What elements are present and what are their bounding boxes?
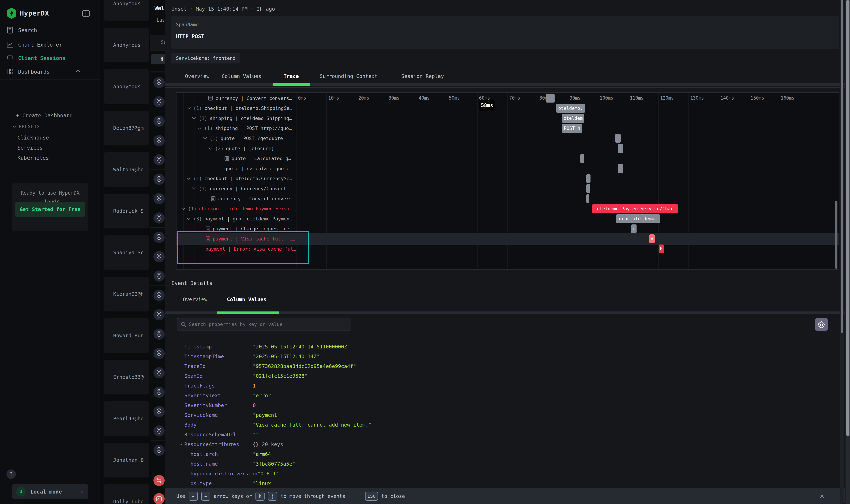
sidebar-item-services[interactable]: Services (17, 145, 43, 151)
span-duration-bar[interactable]: oteldemo. (556, 104, 585, 113)
session-event-row[interactable] (150, 363, 165, 382)
trace-span-row[interactable]: quote | Calculated q… (224, 155, 291, 162)
location-pin-icon[interactable] (153, 328, 165, 340)
trace-span-row[interactable]: (3)payment | grpc.oteldemo.Paymen… (186, 215, 292, 222)
sidebar-item-dashboards[interactable]: Dashboards (6, 68, 50, 75)
session-event-row[interactable] (150, 266, 165, 286)
span-duration-bar[interactable]: grpc.oteldemo. (616, 214, 660, 223)
chevron-up-icon[interactable] (75, 69, 80, 73)
location-pin-icon[interactable] (153, 367, 165, 378)
session-event-row[interactable] (150, 92, 165, 111)
location-pin-icon[interactable] (153, 270, 165, 282)
property-row[interactable]: ServiceName"payment" (165, 410, 845, 420)
local-mode-menu[interactable]: U Local mode › (12, 484, 88, 499)
close-icon[interactable]: ✕ (820, 491, 825, 501)
span-duration-bar[interactable] (586, 174, 591, 183)
tab-overview[interactable]: Overview (185, 73, 210, 79)
session-list-item[interactable]: Anonymous (104, 69, 149, 104)
property-row[interactable]: ResourceSchemaUrl"" (165, 430, 845, 439)
property-search-input[interactable] (188, 319, 346, 329)
session-event-row[interactable] (150, 305, 165, 324)
location-pin-icon[interactable] (153, 445, 165, 456)
location-pin-icon[interactable] (153, 96, 165, 107)
chevron-down-icon[interactable] (197, 127, 202, 130)
session-list-item[interactable]: Roderick_S (104, 194, 149, 229)
chevron-down-icon[interactable] (181, 208, 185, 210)
create-dashboard-button[interactable]: + Create Dashboard (16, 112, 73, 119)
trace-waterfall[interactable]: 0ms10ms20ms30ms40ms50ms60ms70ms80ms90ms1… (176, 92, 839, 270)
chevron-down-icon[interactable] (186, 107, 191, 110)
span-duration-bar[interactable]: V (649, 234, 655, 243)
tab-column-values[interactable]: Column Values (222, 73, 261, 79)
trace-span-row[interactable]: (1)checkout | oteldemo.PaymentServi… (181, 205, 292, 212)
location-pin-icon[interactable] (153, 174, 165, 185)
settings-button[interactable] (815, 318, 828, 331)
modal-scrollbar[interactable] (840, 0, 844, 504)
span-duration-bar[interactable] (618, 164, 623, 173)
events-search-input[interactable]: Sea (150, 35, 165, 51)
property-row[interactable]: ▾ResourceAttributes{} 20 keys (165, 439, 845, 449)
page-scrollbar[interactable] (846, 0, 850, 504)
trace-span-row[interactable]: (1)checkout | oteldemo.ShippingSe… (186, 105, 292, 112)
sidebar-item-client-sessions[interactable]: Client Sessions (6, 54, 66, 62)
session-event-row[interactable] (150, 344, 165, 363)
span-duration-bar[interactable] (615, 134, 621, 143)
session-event-row[interactable] (150, 73, 165, 92)
location-pin-icon[interactable] (153, 77, 165, 88)
session-event-row[interactable] (150, 324, 165, 344)
event-details-tab-column-values[interactable]: Column Values (227, 296, 267, 302)
trace-span-row[interactable]: (1)checkout | oteldemo.CurrencySe… (186, 175, 292, 182)
session-list-item[interactable]: Shaniya.Sc (104, 235, 149, 270)
property-row[interactable]: os.type"linux" (165, 479, 845, 488)
session-event-row[interactable] (150, 150, 165, 169)
chevron-down-icon[interactable] (208, 147, 213, 150)
span-duration-bar[interactable] (586, 194, 589, 203)
service-name-chip[interactable]: ServiceName: frontend (171, 53, 240, 64)
location-pin-icon[interactable] (153, 406, 165, 417)
span-duration-bar[interactable]: POST h (562, 124, 582, 133)
span-duration-bar[interactable]: E (659, 245, 664, 253)
chevron-down-icon[interactable] (203, 137, 207, 140)
location-pin-icon[interactable] (153, 115, 165, 127)
expand-triangle-icon[interactable]: ▾ (180, 442, 182, 447)
span-duration-bar[interactable]: oteldem (562, 114, 584, 123)
session-event-row[interactable] (150, 247, 165, 266)
session-list-item[interactable]: Pearl43@ho (104, 401, 149, 436)
session-event-row[interactable] (150, 382, 165, 402)
property-row[interactable]: SeverityText"error" (165, 391, 845, 400)
property-row[interactable]: hyperdx.distro.version"0.8.1" (165, 469, 845, 479)
trace-span-row[interactable]: (1)shipping | POST http://quo… (197, 125, 292, 132)
session-event-row[interactable] (150, 402, 165, 421)
sidebar-item-clickhouse[interactable]: Clickhouse (17, 134, 49, 141)
session-list-item[interactable]: Walton9@ho (104, 152, 149, 187)
session-list-item[interactable]: Jonathan.B (104, 443, 149, 478)
trace-span-row[interactable]: (1)currency | Currency/Convert (192, 185, 286, 192)
location-pin-icon[interactable] (153, 386, 165, 398)
trace-span-row[interactable]: (1)quote | POST /getquote (203, 134, 283, 142)
span-duration-bar[interactable] (580, 154, 584, 163)
waterfall-scrollbar-thumb[interactable] (835, 201, 837, 269)
chevron-down-icon[interactable] (192, 117, 196, 120)
session-list-item[interactable]: Anonymous (104, 28, 149, 62)
trace-span-row[interactable]: (2)quote | {closure} (208, 145, 274, 152)
session-event-row[interactable] (150, 208, 165, 228)
sidebar-item-chart-explorer[interactable]: Chart Explorer (6, 41, 62, 48)
session-event-row[interactable] (150, 169, 165, 189)
sidebar-item-search[interactable]: Search (6, 26, 37, 34)
location-pin-icon[interactable] (153, 212, 165, 223)
get-started-button[interactable]: Get Started for Free (15, 202, 85, 217)
span-duration-bar[interactable]: ( (631, 224, 636, 233)
property-search[interactable] (177, 318, 351, 330)
property-row[interactable]: SpanId"021fcfc15c1e9528" (165, 371, 845, 381)
location-pin-icon[interactable] (153, 290, 165, 301)
session-event-row[interactable] (150, 228, 165, 247)
trace-span-row[interactable]: (1)shipping | oteldemo.Shipping… (192, 114, 292, 122)
chevron-down-icon[interactable] (186, 217, 191, 220)
sidebar-item-kubernetes[interactable]: Kubernetes (17, 155, 49, 161)
trace-span-row[interactable]: currency | Convert convers… (211, 195, 295, 202)
tab-trace[interactable]: Trace (284, 73, 299, 79)
trace-span-row[interactable]: currency | Convert convers… (208, 94, 292, 102)
location-pin-icon[interactable] (153, 135, 165, 146)
sidebar-collapse-icon[interactable] (82, 9, 90, 18)
session-event-row[interactable] (150, 286, 165, 305)
